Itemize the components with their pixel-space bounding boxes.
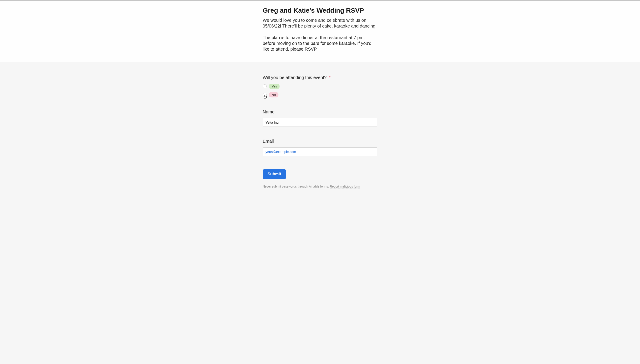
attending-option-no-label: No	[269, 92, 278, 98]
form-header: Greg and Katie's Wedding RSVP We would l…	[0, 0, 640, 62]
report-malicious-link[interactable]: Report malicious form	[330, 185, 360, 188]
form-description: We would love you to come and celebrate …	[263, 17, 377, 52]
name-label: Name	[263, 110, 377, 114]
email-input[interactable]	[263, 148, 377, 156]
name-field: Name	[263, 110, 377, 127]
footer-warning-text: Never submit passwords through Airtable …	[263, 185, 329, 188]
attending-label-row: Will you be attending this event? *	[263, 75, 377, 80]
radio-icon	[263, 84, 267, 88]
attending-option-yes[interactable]: Yes	[263, 84, 377, 89]
required-star-icon: *	[329, 75, 331, 80]
attending-option-no[interactable]: No	[263, 92, 377, 98]
attending-label: Will you be attending this event?	[263, 75, 327, 80]
form-body: Will you be attending this event? * Yes …	[0, 62, 640, 197]
attending-field: Will you be attending this event? * Yes …	[263, 75, 377, 98]
attending-option-yes-label: Yes	[269, 84, 280, 89]
radio-icon	[263, 93, 267, 97]
email-label: Email	[263, 139, 377, 144]
footer-note: Never submit passwords through Airtable …	[263, 185, 377, 188]
email-field: Email	[263, 139, 377, 156]
form-title: Greg and Katie's Wedding RSVP	[263, 7, 377, 14]
attending-radio-group: Yes No	[263, 84, 377, 98]
name-input[interactable]	[263, 118, 377, 127]
submit-button[interactable]: Submit	[263, 169, 286, 179]
